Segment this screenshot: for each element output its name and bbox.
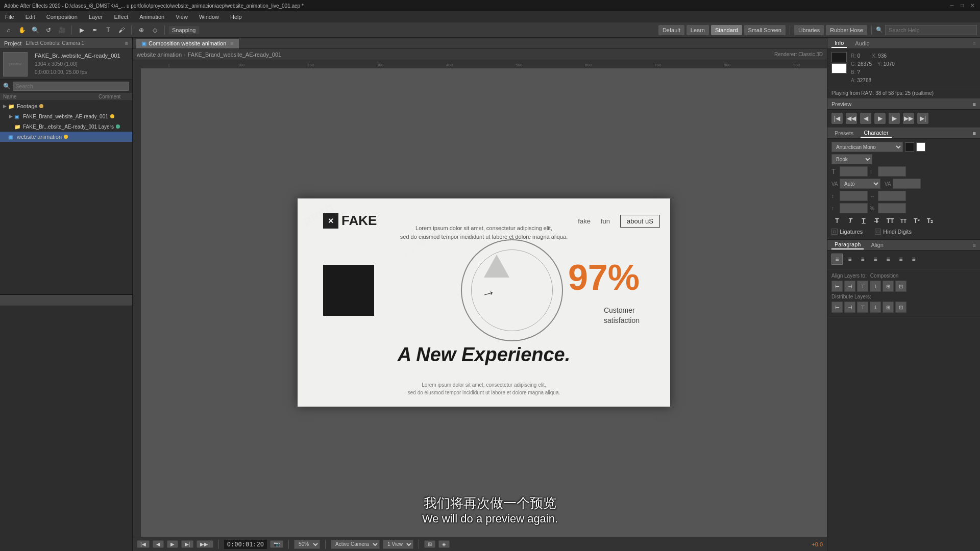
snapshot-btn[interactable]: 📷 [270,540,283,548]
menu-file[interactable]: File [3,13,16,21]
prev-last-btn[interactable]: ▶| [917,113,928,124]
leading-input[interactable]: 170 px [878,166,906,177]
tree-item-fake-comp[interactable]: ▶ ▣ FAKE_Brand_website_AE-ready_001 [0,111,132,121]
prev-frame-btn[interactable]: ◀ [153,540,164,548]
font-color-swatch[interactable] [905,142,914,152]
panel-expand-icon[interactable]: ≡ [125,40,128,46]
bold-btn[interactable]: T [831,215,843,227]
tree-item-website-anim[interactable]: ▣ website animation [0,132,132,142]
underline-btn[interactable]: T [858,215,869,227]
maximize-btn[interactable]: □ [959,2,966,9]
camera-btn[interactable]: 🎥 [56,24,67,36]
smallcaps-btn[interactable]: TT [898,215,909,227]
close-btn[interactable]: ✕ [969,2,976,9]
transparency-btn[interactable]: ◈ [438,540,450,548]
ws-smallscreen[interactable]: Small Screen [744,25,786,35]
dist-top-btn[interactable]: ⊥ [870,302,881,313]
menu-animation[interactable]: Animation [137,13,166,21]
dist-v-btn[interactable]: ⊞ [883,302,894,313]
font-dropdown[interactable]: Antarctican Mono [831,142,903,152]
dist-right-btn[interactable]: ⊤ [857,302,868,313]
resolution-dropdown[interactable]: Full Half 50% [294,540,320,549]
preview-menu[interactable]: ≡ [973,101,976,107]
tab-presets[interactable]: Presets [831,129,856,137]
superscript-btn[interactable]: T² [911,215,922,227]
right-tab-info[interactable]: Info [831,39,847,48]
font-size-input[interactable]: 151 px [840,166,868,177]
char-header-menu[interactable]: ≡ [973,130,976,136]
align-center-btn[interactable]: ≡ [844,254,855,265]
menu-composition[interactable]: Composition [44,13,80,21]
menu-layer[interactable]: Layer [87,13,105,21]
zoom-btn[interactable]: 🔍 [30,24,41,36]
tree-item-layers[interactable]: 📁 FAKE_Br...ebsite_AE-ready_001 Layers [0,121,132,132]
dist-bottom-btn[interactable]: ⊡ [895,302,906,313]
stroke-color-swatch[interactable] [916,142,925,152]
menu-effect[interactable]: Effect [112,13,130,21]
first-frame-btn[interactable]: |◀ [137,540,150,548]
align-left-btn[interactable]: ≡ [831,254,843,265]
tree-item-footage[interactable]: ▶ 📁 Footage [0,101,132,111]
style-dropdown[interactable]: Book [831,154,872,164]
tab-character[interactable]: Character [861,129,891,138]
dist-h-btn[interactable]: ⊣ [844,302,855,313]
home-btn[interactable]: ⌂ [3,24,14,36]
play-btn[interactable]: ▶ [167,540,178,548]
prev-first-btn[interactable]: |◀ [831,113,843,124]
tab-paragraph[interactable]: Paragraph [831,240,864,249]
menu-edit[interactable]: Edit [23,13,37,21]
vert-scale-input[interactable]: 100 % [840,191,868,201]
baseline-input[interactable]: 0 px [840,203,868,213]
breadcrumb-comp1[interactable]: website animation [137,52,182,58]
grid-btn[interactable]: ⊞ [424,540,435,548]
tracking-input[interactable]: -21 [893,179,921,189]
align-bottom-edge-btn[interactable]: ⊡ [895,281,906,292]
views-dropdown[interactable]: 1 View [383,540,413,549]
right-panel-menu[interactable]: ≡ [973,40,976,46]
kerning-dropdown[interactable]: Auto [840,179,880,189]
shape-btn[interactable]: ◇ [149,24,160,36]
strikeout-btn[interactable]: T̶ [871,215,883,227]
allcaps-btn[interactable]: TT [885,215,896,227]
ws-standard[interactable]: Standard [711,25,742,35]
plus-btn[interactable]: +0.0 [812,541,823,547]
rotate-btn[interactable]: ↺ [43,24,54,36]
align-right-btn[interactable]: ≡ [857,254,868,265]
subscript-btn[interactable]: T₂ [924,215,936,227]
comp-viewer[interactable]: | 100 200 300 400 500 600 700 800 900 [133,60,827,537]
prev-back-btn[interactable]: ◀◀ [846,113,857,124]
project-search-input[interactable] [13,82,129,91]
brush-btn[interactable]: 🖌 [116,24,127,36]
para-align-menu[interactable]: ≡ [973,242,976,248]
tsume-input[interactable]: 0 % [878,203,906,213]
ws-learn[interactable]: Learn [687,25,709,35]
hindi-checkbox[interactable]: □ [875,229,881,235]
prev-prev-btn[interactable]: ◀ [860,113,871,124]
hand-btn[interactable]: ✋ [16,24,28,36]
align-left-edge-btn[interactable]: ⊢ [831,281,843,292]
menu-view[interactable]: View [174,13,190,21]
prev-play-btn[interactable]: ▶ [874,113,886,124]
tab-align[interactable]: Align [868,241,886,249]
next-frame-btn[interactable]: ▶| [181,540,194,548]
align-full-last-center-btn[interactable]: ≡ [895,254,906,265]
ws-rubberhose[interactable]: Rubber Hose [826,25,867,35]
right-tab-audio[interactable]: Audio [852,39,872,47]
text-btn[interactable]: T [103,24,114,36]
snapping-label[interactable]: Snapping [169,26,199,34]
horiz-scale-input[interactable]: 100 % [878,191,906,201]
align-full-last-right-btn[interactable]: ≡ [908,254,919,265]
menu-help[interactable]: Help [228,13,244,21]
prev-ff-btn[interactable]: ▶▶ [903,113,914,124]
pen-btn[interactable]: ✒ [89,24,101,36]
minimize-btn[interactable]: ─ [948,2,955,9]
last-frame-btn[interactable]: ▶▶| [197,540,213,548]
comp-tab-menu[interactable]: ≡ [230,40,233,46]
align-v-center-btn[interactable]: ⊞ [883,281,894,292]
effect-controls-tab[interactable]: Effect Controls: Camera 1 [26,40,84,46]
search-input[interactable] [885,25,977,35]
comp-tab-website-anim[interactable]: ▣ Composition website animation ≡ [136,38,239,48]
ws-libraries[interactable]: Libraries [794,25,824,35]
puppet-btn[interactable]: ⊕ [136,24,147,36]
breadcrumb-comp2[interactable]: FAKE_Brand_website_AE-ready_001 [188,52,281,58]
